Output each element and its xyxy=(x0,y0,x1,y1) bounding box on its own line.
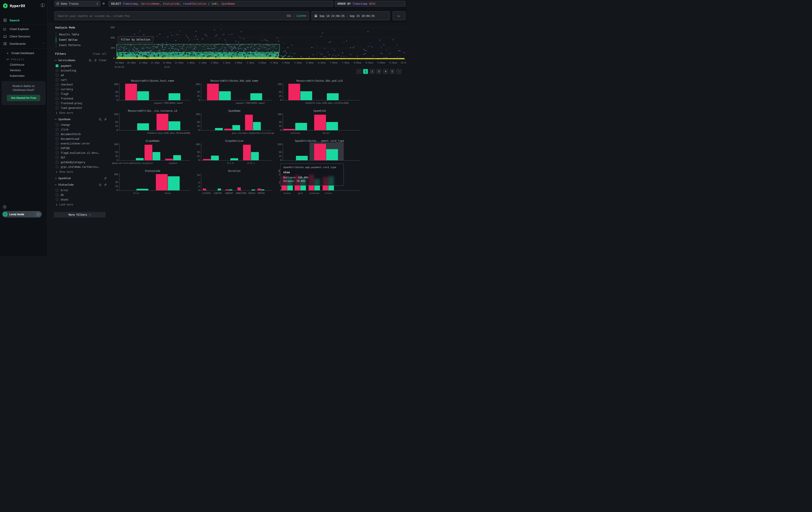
search-icon[interactable] xyxy=(99,118,102,121)
heatmap-selection-box[interactable] xyxy=(117,44,280,52)
search-icon[interactable] xyxy=(99,183,102,186)
checkbox-icon[interactable] xyxy=(56,88,58,90)
preset-kubernetes[interactable]: Kubernetes xyxy=(0,73,47,79)
filter-checkbox-frontend-proxy[interactable]: frontend-proxy xyxy=(56,101,107,106)
local-mode-button[interactable]: U Local mode › xyxy=(2,211,42,217)
presets-toggle[interactable]: ❯ PRESETS xyxy=(0,56,47,62)
filter-checkbox-payment[interactable]: ✓payment xyxy=(56,63,107,68)
analysis-mode-event-deltas[interactable]: Event Deltas xyxy=(56,37,107,43)
help-button[interactable]: ? xyxy=(2,205,7,209)
sidebar-item-label: Search xyxy=(9,19,20,22)
filter-checkbox-documentload[interactable]: documentLoad xyxy=(56,136,107,141)
preset-services[interactable]: Services xyxy=(0,68,47,73)
source-select[interactable]: Demo Traces xyxy=(55,1,100,6)
checkbox-icon[interactable] xyxy=(56,102,58,105)
sidebar-item-search[interactable]: Search xyxy=(0,17,47,24)
checkbox-icon[interactable] xyxy=(56,123,58,126)
analysis-mode-event-patterns[interactable]: Event Patterns xyxy=(56,43,107,48)
sidebar-item-client-sessions[interactable]: Client Sessions xyxy=(0,33,47,40)
filter-checkbox-change[interactable]: change xyxy=(56,123,107,127)
checkbox-icon[interactable] xyxy=(56,198,58,201)
pagination-page-5[interactable]: 5 xyxy=(390,69,395,74)
filter-checkbox-flagd-evaluation-v1-serv-[interactable]: flagd.evaluation.v1.Serv… xyxy=(56,151,107,155)
filter-section-header-spanname[interactable]: ❯SpanName xyxy=(55,118,107,121)
pagination-page-1[interactable]: 1 xyxy=(363,69,368,74)
filter-checkbox-load-generator[interactable]: load-generator xyxy=(56,106,107,110)
checkbox-checked-icon[interactable]: ✓ xyxy=(56,64,58,67)
filter-checkbox-checkout[interactable]: checkout xyxy=(56,82,107,87)
clear-filter-button[interactable]: Clear xyxy=(99,59,107,62)
filter-by-selection-button[interactable]: Filter by Selection xyxy=(118,36,153,43)
checkbox-icon[interactable] xyxy=(56,142,58,145)
checkbox-icon[interactable] xyxy=(56,92,58,95)
pin-icon[interactable] xyxy=(104,118,107,121)
checkbox-icon[interactable] xyxy=(56,74,58,77)
search-icon[interactable] xyxy=(89,59,92,62)
filter-section-header-spankind[interactable]: ❯SpanKind xyxy=(55,177,107,180)
filter-section-header-statuscode[interactable]: ❯StatusCode xyxy=(55,183,107,186)
checkbox-icon[interactable] xyxy=(56,147,58,150)
filter-checkbox-currency[interactable]: currency xyxy=(56,87,107,91)
pagination-page-3[interactable]: 3 xyxy=(376,69,381,74)
checkbox-icon[interactable] xyxy=(56,133,58,136)
checkbox-icon[interactable] xyxy=(56,78,58,81)
analysis-mode-results-table[interactable]: Results Table xyxy=(56,32,107,37)
filter-checkbox-eventlistener-error[interactable]: eventListener.error xyxy=(56,141,107,146)
pin-icon[interactable] xyxy=(94,59,97,62)
filter-checkbox-documentfetch[interactable]: documentFetch xyxy=(56,132,107,136)
gear-icon[interactable]: ⚙ xyxy=(103,1,105,5)
pagination-page-4[interactable]: 4 xyxy=(383,69,388,74)
chart-y-tick-label: 25 xyxy=(275,125,282,127)
checkbox-icon[interactable] xyxy=(56,189,58,192)
checkbox-icon[interactable] xyxy=(56,106,58,109)
pagination-prev-button[interactable]: ‹ xyxy=(356,69,361,74)
run-query-button[interactable]: ▷ xyxy=(393,11,405,20)
checkbox-icon[interactable] xyxy=(56,165,58,168)
order-by-input[interactable]: ORDER BY Timestamp DESC xyxy=(335,1,405,6)
filter-checkbox-frontend[interactable]: frontend xyxy=(56,96,107,101)
sidebar-item-chart-explorer[interactable]: Chart Explorer xyxy=(0,25,47,33)
pin-icon[interactable] xyxy=(104,183,107,186)
pin-icon[interactable] xyxy=(104,177,107,180)
filter-checkbox-click[interactable]: click xyxy=(56,127,107,132)
filter-show-more[interactable]: ❯Show more xyxy=(56,111,107,114)
filter-checkbox-error[interactable]: Error xyxy=(56,188,107,193)
preset-clickhouse[interactable]: ClickHouse xyxy=(0,62,47,68)
sidebar-collapse-icon[interactable] xyxy=(41,4,45,7)
filter-section-header-servicename[interactable]: ❯ServiceNameClear xyxy=(55,59,107,62)
clear-all-filters-button[interactable]: Clear all xyxy=(93,52,107,55)
filter-checkbox-cart[interactable]: cart xyxy=(56,78,107,82)
search-input[interactable] xyxy=(57,14,287,18)
date-range-picker[interactable]: Sep 14 22:04:35 - Sep 15 10:04:35 xyxy=(312,11,390,20)
events-heatmap[interactable] xyxy=(117,25,405,60)
filter-checkbox-flagd[interactable]: flagd xyxy=(56,91,107,96)
query-language-toggle[interactable]: SQL | Lucene xyxy=(287,14,306,17)
checkbox-icon[interactable] xyxy=(56,97,58,100)
pagination-page-2[interactable]: 2 xyxy=(370,69,375,74)
checkbox-icon[interactable] xyxy=(56,193,58,196)
checkbox-icon[interactable] xyxy=(56,69,58,72)
checkbox-icon[interactable] xyxy=(56,137,58,140)
select-query-input[interactable]: SELECT Timestamp, ServiceName, StatusCod… xyxy=(109,1,333,6)
create-dashboard-button[interactable]: + Create Dashboard xyxy=(0,49,47,56)
filter-checkbox-unset[interactable]: Unset xyxy=(56,197,107,202)
checkbox-icon[interactable] xyxy=(56,83,58,86)
checkbox-icon[interactable] xyxy=(56,128,58,131)
filter-checkbox-grpc-oteldemo-cartservic-[interactable]: grpc.oteldemo.CartServic… xyxy=(56,164,107,169)
filter-show-more[interactable]: ❯Show more xyxy=(56,170,107,173)
checkbox-icon[interactable] xyxy=(56,156,58,159)
filter-checkbox-accounting[interactable]: accounting xyxy=(56,68,107,73)
more-filters-button[interactable]: More filters ❯ xyxy=(54,212,106,217)
pagination-next-button[interactable]: › xyxy=(397,69,401,74)
filter-checkbox-ok[interactable]: Ok xyxy=(56,193,107,197)
sidebar-item-dashboards[interactable]: Dashboards⌃ xyxy=(0,40,47,47)
filter-checkbox-getadsbycategory[interactable]: getAdsByCategory xyxy=(56,160,107,164)
filter-load-more[interactable]: ❯Load more xyxy=(56,203,107,206)
filter-checkbox-ad[interactable]: ad xyxy=(56,73,107,78)
filter-checkbox-get[interactable]: GET xyxy=(56,155,107,160)
filter-checkbox-expire[interactable]: EXPIRE xyxy=(56,146,107,151)
checkbox-icon[interactable] xyxy=(56,161,58,164)
chart-y-tick-label: 0 xyxy=(112,129,118,131)
get-started-button[interactable]: Get Started for Free xyxy=(7,95,40,101)
checkbox-icon[interactable] xyxy=(56,152,58,154)
